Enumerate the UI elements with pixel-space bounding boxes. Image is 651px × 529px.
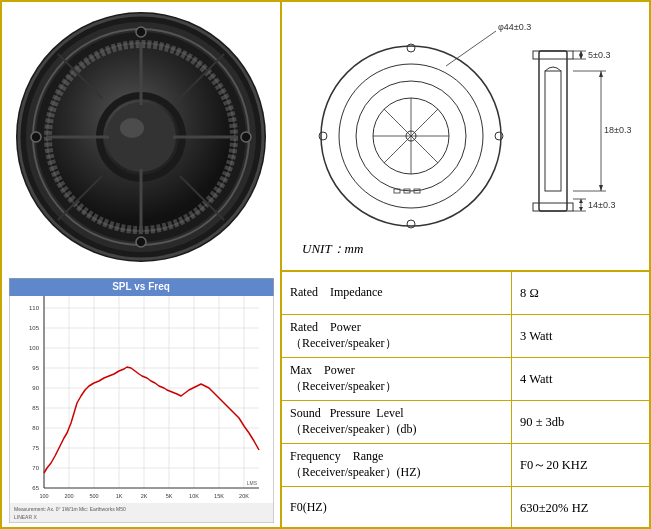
svg-rect-43 (545, 71, 561, 191)
svg-text:LINEAR X: LINEAR X (14, 514, 37, 520)
svg-point-35 (319, 132, 327, 140)
svg-rect-64 (9, 278, 274, 523)
svg-text:1K: 1K (115, 493, 122, 499)
svg-marker-50 (579, 55, 583, 59)
svg-text:14±0.3: 14±0.3 (588, 200, 615, 210)
svg-marker-56 (599, 185, 603, 191)
graph-inner: SPL vs Freq (9, 278, 274, 523)
spec-row-f0: F0(HZ) 630±20% HZ (282, 487, 649, 529)
speaker-photo (2, 2, 282, 272)
spec-value-f0: 630±20% HZ (512, 487, 649, 529)
spec-value-spl: 90 ± 3db (512, 401, 649, 443)
svg-point-11 (120, 118, 144, 138)
svg-text:15K: 15K (214, 493, 224, 499)
spec-label-f0: F0(HZ) (282, 487, 512, 529)
spec-value-freq-range: F0～20 KHZ (512, 444, 649, 486)
svg-marker-61 (579, 199, 583, 203)
spec-row-freq-range: Frequency Range（Receiver/speaker）(HZ) F0… (282, 444, 649, 487)
svg-text:65: 65 (32, 485, 39, 491)
svg-text:SPL vs Freq: SPL vs Freq (112, 281, 170, 292)
unit-label: UNIT：mm (302, 240, 363, 258)
spl-graph: SPL vs Freq (9, 278, 274, 523)
svg-text:90: 90 (32, 385, 39, 391)
diagram-section: φ44±0.3 5±0.3 18± (282, 2, 649, 270)
svg-text:95: 95 (32, 365, 39, 371)
svg-point-33 (407, 44, 415, 52)
svg-text:LMS: LMS (246, 480, 257, 486)
svg-text:80: 80 (32, 425, 39, 431)
svg-point-15 (241, 132, 251, 142)
svg-text:200: 200 (64, 493, 73, 499)
svg-text:10K: 10K (189, 493, 199, 499)
spec-value-max-power: 4 Watt (512, 358, 649, 400)
svg-text:5K: 5K (165, 493, 172, 499)
spec-row-rated-power: Rated Power（Receiver/speaker） 3 Watt (282, 315, 649, 358)
svg-text:70: 70 (32, 465, 39, 471)
svg-text:105: 105 (28, 325, 39, 331)
svg-point-12 (136, 27, 146, 37)
svg-line-40 (446, 31, 496, 66)
svg-rect-42 (539, 51, 567, 211)
spec-row-spl: Sound Pressure Level（Receiver/speaker）(d… (282, 401, 649, 444)
svg-marker-62 (579, 207, 583, 211)
svg-text:75: 75 (32, 445, 39, 451)
svg-point-36 (495, 132, 503, 140)
speaker-image (14, 10, 269, 265)
svg-text:100: 100 (28, 345, 39, 351)
spec-row-impedance: Rated Impedance 8 Ω (282, 272, 649, 315)
specs-section: Rated Impedance 8 Ω Rated Power（Receiver… (282, 272, 649, 529)
svg-point-34 (407, 220, 415, 228)
svg-text:Measurement: Ax. 0° 1W/1m Mic:: Measurement: Ax. 0° 1W/1m Mic: Earthwork… (14, 506, 126, 512)
svg-point-14 (31, 132, 41, 142)
technical-diagram: φ44±0.3 5±0.3 18± (301, 21, 631, 251)
graph-section: SPL vs Freq (2, 272, 282, 529)
spec-value-impedance: 8 Ω (512, 272, 649, 314)
svg-marker-55 (599, 71, 603, 77)
svg-point-10 (106, 102, 176, 172)
spec-label-max-power: Max Power（Receiver/speaker） (282, 358, 512, 400)
svg-text:20K: 20K (239, 493, 249, 499)
spec-value-rated-power: 3 Watt (512, 315, 649, 357)
svg-text:2K: 2K (140, 493, 147, 499)
spec-label-impedance: Rated Impedance (282, 272, 512, 314)
spec-label-rated-power: Rated Power（Receiver/speaker） (282, 315, 512, 357)
svg-text:100: 100 (39, 493, 48, 499)
svg-text:85: 85 (32, 405, 39, 411)
spec-label-spl: Sound Pressure Level（Receiver/speaker）(d… (282, 401, 512, 443)
svg-text:18±0.3: 18±0.3 (604, 125, 631, 135)
spec-row-max-power: Max Power（Receiver/speaker） 4 Watt (282, 358, 649, 401)
svg-text:φ44±0.3: φ44±0.3 (498, 22, 531, 32)
svg-text:110: 110 (28, 305, 39, 311)
spec-label-freq-range: Frequency Range（Receiver/speaker）(HZ) (282, 444, 512, 486)
svg-text:500: 500 (89, 493, 98, 499)
svg-marker-49 (579, 51, 583, 55)
svg-text:5±0.3: 5±0.3 (588, 50, 610, 60)
svg-point-13 (136, 237, 146, 247)
